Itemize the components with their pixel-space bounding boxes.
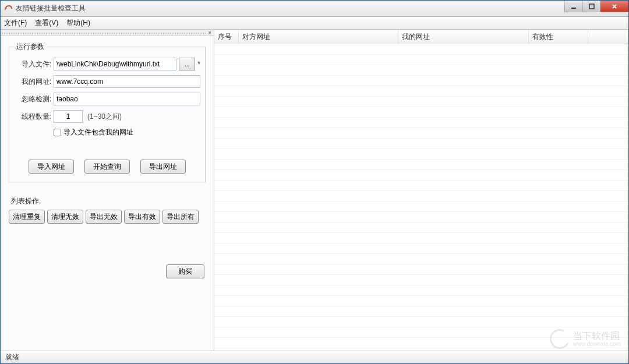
watermark: 当下软件园 www.downxia.com <box>550 329 621 349</box>
list-row <box>214 202 628 212</box>
run-params-legend: 运行参数 <box>14 42 47 52</box>
menubar: 文件(F) 查看(V) 帮助(H) <box>1 17 628 30</box>
my-url-input[interactable] <box>54 75 200 88</box>
include-url-checkbox-label: 导入文件包含我的网址 <box>63 128 133 137</box>
list-row <box>214 97 628 107</box>
result-listview[interactable]: 序号 对方网址 我的网址 有效性 <box>214 30 628 351</box>
col-my-url[interactable]: 我的网址 <box>398 30 529 44</box>
ignore-label: 忽略检测: <box>14 94 51 104</box>
list-row <box>214 212 628 222</box>
export-invalid-button[interactable]: 导出无效 <box>86 210 122 224</box>
list-row <box>214 139 628 149</box>
minimize-button[interactable] <box>564 1 583 12</box>
list-row <box>214 222 628 233</box>
export-valid-button[interactable]: 导出有效 <box>124 210 160 224</box>
import-url-button[interactable]: 导入网址 <box>29 160 74 174</box>
thread-label: 线程数量: <box>14 112 51 122</box>
buy-row: 购买 <box>9 264 204 278</box>
col-extra[interactable] <box>588 30 628 44</box>
ignore-input[interactable] <box>54 93 200 105</box>
window-controls <box>565 1 628 12</box>
thread-row: 线程数量: (1~30之间) <box>14 110 200 123</box>
action-button-row: 导入网址 开始查询 导出网址 <box>14 160 200 174</box>
status-text: 就绪 <box>5 352 19 362</box>
my-url-row: 我的网址: <box>14 75 200 88</box>
list-row <box>214 107 628 118</box>
close-button[interactable] <box>600 1 628 12</box>
col-validity[interactable]: 有效性 <box>529 30 588 44</box>
list-row <box>214 55 628 65</box>
run-params-group: 运行参数 导入文件: ... * 我的网址: 忽略检测: <box>9 42 206 182</box>
list-row <box>214 306 628 317</box>
listview-body[interactable] <box>214 44 628 351</box>
list-row <box>214 76 628 86</box>
app-icon <box>4 4 13 13</box>
panel-content: 运行参数 导入文件: ... * 我的网址: 忽略检测: <box>1 36 214 351</box>
list-row <box>214 243 628 254</box>
watermark-logo-icon <box>547 326 573 352</box>
thread-hint: (1~30之间) <box>87 112 122 122</box>
list-row <box>214 285 628 296</box>
menu-file[interactable]: 文件(F) <box>4 18 27 28</box>
panel-close-icon[interactable]: × <box>208 30 211 36</box>
list-row <box>214 275 628 285</box>
menu-help[interactable]: 帮助(H) <box>66 18 90 28</box>
list-row <box>214 170 628 181</box>
include-url-checkbox-row: 导入文件包含我的网址 <box>54 128 200 137</box>
svg-rect-0 <box>571 8 576 9</box>
ignore-row: 忽略检测: <box>14 93 200 105</box>
list-row <box>214 86 628 97</box>
list-row <box>214 181 628 191</box>
titlebar[interactable]: 友情链接批量检查工具 <box>1 1 628 17</box>
watermark-url: www.downxia.com <box>573 341 621 347</box>
clear-invalid-button[interactable]: 清理无效 <box>47 210 83 224</box>
import-file-label: 导入文件: <box>14 59 51 69</box>
include-url-checkbox[interactable] <box>54 129 61 136</box>
list-row <box>214 317 628 327</box>
my-url-label: 我的网址: <box>14 77 51 87</box>
watermark-name: 当下软件园 <box>573 331 621 341</box>
export-all-button[interactable]: 导出所有 <box>162 210 199 224</box>
menu-view[interactable]: 查看(V) <box>35 18 58 28</box>
list-row <box>214 118 628 128</box>
list-row <box>214 65 628 76</box>
list-row <box>214 160 628 170</box>
list-row <box>214 191 628 202</box>
required-star: * <box>197 60 200 68</box>
col-their-url[interactable]: 对方网址 <box>239 30 398 44</box>
client-area: × 运行参数 导入文件: ... * 我的网址: <box>1 30 628 351</box>
start-query-button[interactable]: 开始查询 <box>84 160 130 174</box>
svg-rect-1 <box>589 4 594 9</box>
col-seq[interactable]: 序号 <box>214 30 239 44</box>
list-ops-buttons: 清理重复 清理无效 导出无效 导出有效 导出所有 <box>9 210 206 224</box>
export-url-button[interactable]: 导出网址 <box>140 160 186 174</box>
dedup-button[interactable]: 清理重复 <box>9 210 45 224</box>
list-row <box>214 264 628 275</box>
sidebar-panel: × 运行参数 导入文件: ... * 我的网址: <box>1 30 214 351</box>
app-window: 友情链接批量检查工具 文件(F) 查看(V) 帮助(H) × 运行参数 <box>0 0 629 364</box>
list-row <box>214 149 628 160</box>
list-row <box>214 44 628 55</box>
listview-header: 序号 对方网址 我的网址 有效性 <box>214 30 628 44</box>
window-title: 友情链接批量检查工具 <box>16 3 86 13</box>
list-ops-title: 列表操作, <box>11 196 206 206</box>
list-row <box>214 233 628 243</box>
import-file-row: 导入文件: ... * <box>14 58 200 70</box>
maximize-button[interactable] <box>582 1 601 12</box>
list-row <box>214 296 628 306</box>
list-row <box>214 254 628 264</box>
list-row <box>214 128 628 139</box>
panel-gripper[interactable]: × <box>1 30 214 36</box>
statusbar: 就绪 <box>1 351 628 363</box>
thread-input[interactable] <box>54 110 83 123</box>
browse-button[interactable]: ... <box>179 58 195 70</box>
import-file-input[interactable] <box>54 58 176 70</box>
buy-button[interactable]: 购买 <box>166 264 204 278</box>
